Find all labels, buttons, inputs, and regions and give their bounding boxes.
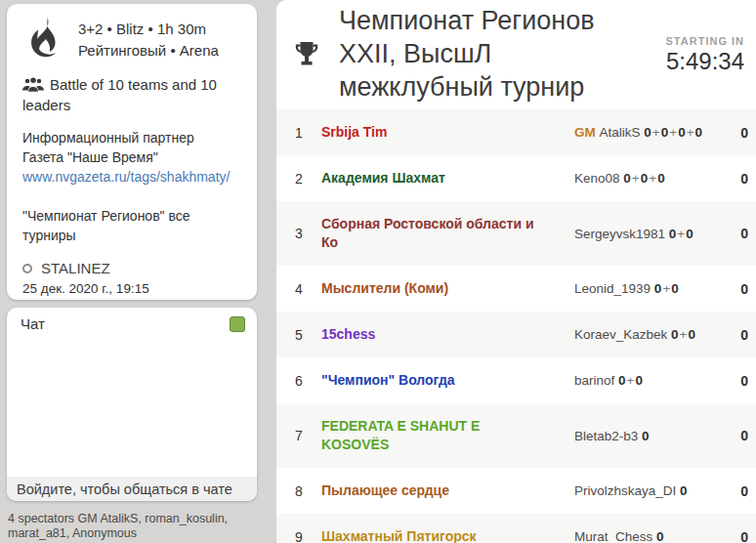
standings-row[interactable]: 3 Сборная Ростовской области и Ко Sergey… — [276, 201, 756, 266]
player-name[interactable]: barinof — [574, 373, 614, 388]
mode-line: Рейтинговый • Arena — [78, 40, 219, 62]
chat-messages — [7, 339, 257, 476]
score-plus: + — [686, 125, 695, 140]
team-name[interactable]: Шахматный Пятигорск — [321, 527, 574, 543]
tournament-date: 25 дек. 2020 г., 19:15 — [22, 281, 241, 296]
team-total: 0 — [721, 428, 756, 443]
tournament-header: Чемпионат Регионов XXII, ВысшЛ межклубны… — [276, 0, 756, 109]
rank: 7 — [276, 428, 321, 443]
leader-score: 0 — [657, 171, 665, 186]
player-cell[interactable]: Koraev_Kazbek 0+0 — [574, 325, 721, 344]
chat-toggle[interactable] — [230, 316, 245, 332]
chat-input[interactable] — [7, 477, 257, 501]
team-name[interactable]: Академия Шахмат — [321, 169, 574, 188]
user-status-icon — [22, 264, 32, 273]
leader-score: 0 — [686, 227, 693, 241]
tournament-info-card: 3+2 • Blitz • 1h 30m Рейтинговый • Arena… — [7, 4, 257, 300]
trophy-icon — [293, 40, 320, 67]
leader-score: 0 — [644, 125, 651, 140]
player-name[interactable]: AtalikS — [600, 125, 641, 140]
score-plus: + — [651, 125, 661, 140]
score-plus: + — [626, 373, 636, 388]
chat-title: Чат — [21, 315, 45, 332]
chat-card: Чат — [7, 308, 257, 501]
team-total: 0 — [721, 327, 756, 343]
rank: 6 — [276, 373, 321, 389]
player-name[interactable]: Keno08 — [574, 171, 620, 186]
score-plus: + — [668, 125, 678, 140]
player-cell[interactable]: Leonid_1939 0+0 — [574, 279, 721, 298]
tournament-main-panel: Чемпионат Регионов XXII, ВысшЛ межклубны… — [276, 0, 756, 543]
team-total: 0 — [721, 125, 756, 141]
player-name[interactable]: Murat_Chess — [574, 529, 652, 543]
description-link[interactable]: www.nvgazeta.ru/tags/shakhmaty/ — [22, 167, 239, 187]
score-plus: + — [676, 227, 686, 241]
team-total: 0 — [721, 373, 756, 389]
player-cell[interactable]: Bletab2-b3 0 — [574, 427, 721, 445]
team-battle-label: Battle of 10 teams and 10 leaders — [22, 76, 217, 113]
leader-score: 0 — [671, 327, 679, 342]
leader-score: 0 — [671, 281, 679, 296]
player-cell[interactable]: Privolzhskaya_DI 0 — [574, 481, 721, 500]
team-name[interactable]: FEDERATA E SHAHUT E KOSOVËS — [321, 417, 574, 454]
player-name[interactable]: Koraev_Kazbek — [574, 327, 667, 342]
standings-row[interactable]: 9 Шахматный Пятигорск Murat_Chess 0 0 — [276, 514, 756, 543]
tournament-title: Чемпионат Регионов XXII, ВысшЛ межклубны… — [339, 4, 650, 104]
player-cell[interactable]: Murat_Chess 0 — [574, 527, 721, 543]
team-name[interactable]: Сборная Ростовской области и Ко — [321, 215, 574, 252]
team-battle-icon — [22, 77, 44, 92]
score-plus: + — [661, 281, 671, 296]
player-name[interactable]: Bletab2-b3 — [574, 429, 638, 443]
team-name[interactable]: Пылающее сердце — [321, 481, 574, 500]
player-cell[interactable]: GM AtalikS 0+0+0+0 — [574, 123, 721, 142]
team-total: 0 — [721, 281, 756, 297]
player-cell[interactable]: Keno08 0+0+0 — [574, 169, 721, 188]
standings-row[interactable]: 4 Мыслители (Коми) Leonid_1939 0+0 0 — [276, 266, 756, 312]
sidebar: 3+2 • Blitz • 1h 30m Рейтинговый • Arena… — [0, 0, 276, 543]
team-name[interactable]: Мыслители (Коми) — [321, 279, 574, 298]
team-name[interactable]: "Чемпион" Вологда — [321, 371, 574, 390]
standings-row[interactable]: 5 15chess Koraev_Kazbek 0+0 0 — [276, 312, 756, 357]
standings-row[interactable]: 2 Академия Шахмат Keno08 0+0+0 0 — [276, 155, 756, 201]
countdown-box: STARTING IN 5:49:34 — [666, 4, 748, 75]
blitz-flame-icon — [26, 18, 65, 61]
player-cell[interactable]: barinof 0+0 — [574, 371, 721, 390]
description-more-text: "Чемпионат Регионов" все турниры — [22, 206, 239, 245]
time-control-line: 3+2 • Blitz • 1h 30m — [78, 19, 219, 40]
rank: 3 — [276, 226, 321, 241]
player-cell[interactable]: Sergeyvsk1981 0+0 — [574, 225, 721, 243]
leader-score: 0 — [623, 171, 631, 186]
team-name[interactable]: 15chess — [321, 325, 574, 344]
leader-score: 0 — [688, 327, 695, 342]
organizer-name[interactable]: STALINEZ — [41, 260, 110, 276]
player-name[interactable]: Leonid_1939 — [574, 281, 651, 296]
standings-row[interactable]: 6 "Чемпион" Вологда barinof 0+0 0 — [276, 357, 756, 403]
leader-score: 0 — [656, 529, 664, 543]
player-title-badge: GM — [574, 125, 596, 140]
leader-score: 0 — [635, 373, 643, 388]
leader-score: 0 — [678, 125, 686, 140]
spectators-list: 4 spectators GM AtalikS, roman_kosulin, … — [8, 512, 275, 541]
tournament-head: 3+2 • Blitz • 1h 30m Рейтинговый • Arena — [22, 18, 241, 62]
rank: 5 — [276, 327, 321, 343]
leader-score: 0 — [680, 483, 688, 498]
standings-table: 1 Srbija Tim GM AtalikS 0+0+0+0 0 2 Акад… — [276, 109, 756, 543]
countdown-clock: 5:49:34 — [666, 48, 744, 75]
rank: 1 — [276, 125, 321, 141]
rank: 9 — [276, 529, 321, 543]
player-name[interactable]: Privolzhskaya_DI — [574, 483, 676, 498]
team-battle-line: Battle of 10 teams and 10 leaders — [22, 74, 241, 115]
team-total: 0 — [721, 171, 756, 187]
standings-row[interactable]: 7 FEDERATA E SHAHUT E KOSOVËS Bletab2-b3… — [276, 403, 756, 468]
rank: 2 — [276, 171, 321, 187]
leader-score: 0 — [695, 125, 703, 140]
leader-score: 0 — [618, 373, 626, 388]
player-name[interactable]: Sergeyvsk1981 — [574, 227, 665, 241]
standings-row[interactable]: 8 Пылающее сердце Privolzhskaya_DI 0 0 — [276, 468, 756, 514]
tournament-description: Информационный партнер Газета "Наше Врем… — [22, 128, 239, 251]
organizer-row[interactable]: STALINEZ — [22, 260, 241, 276]
team-total: 0 — [721, 483, 756, 499]
rank: 8 — [276, 483, 321, 499]
standings-row[interactable]: 1 Srbija Tim GM AtalikS 0+0+0+0 0 — [276, 109, 756, 155]
team-name[interactable]: Srbija Tim — [321, 123, 574, 142]
